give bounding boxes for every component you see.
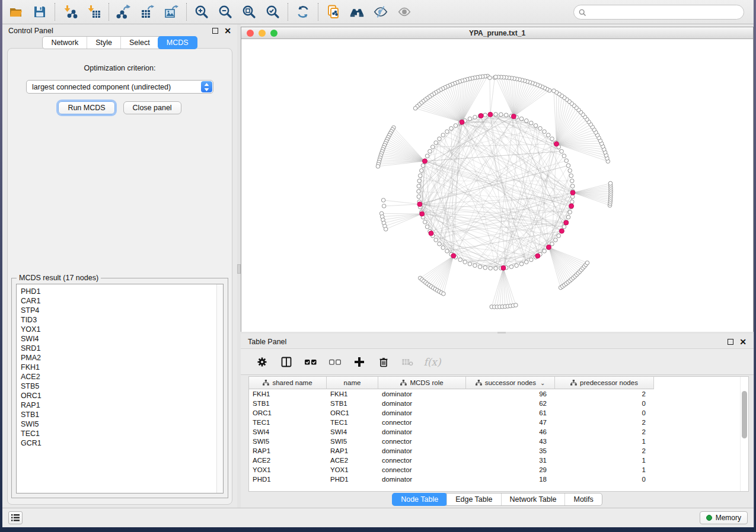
network-node[interactable]: [442, 292, 446, 296]
mcds-node[interactable]: [479, 113, 483, 118]
network-node[interactable]: [413, 106, 417, 110]
mcds-result-item[interactable]: YOX1: [21, 325, 223, 334]
network-node[interactable]: [566, 164, 570, 168]
mcds-node[interactable]: [417, 202, 422, 207]
network-node[interactable]: [468, 262, 472, 266]
network-node[interactable]: [488, 76, 492, 80]
network-node[interactable]: [483, 265, 487, 270]
network-node[interactable]: [421, 164, 425, 168]
float-panel-icon[interactable]: [212, 28, 218, 34]
network-node[interactable]: [489, 266, 493, 270]
network-node[interactable]: [494, 75, 498, 79]
mcds-node[interactable]: [570, 190, 575, 195]
tab-network[interactable]: Network: [43, 37, 87, 49]
mcds-node[interactable]: [488, 112, 493, 117]
network-node[interactable]: [473, 116, 477, 120]
mcds-node[interactable]: [460, 120, 464, 124]
table-tab-edge-table[interactable]: Edge Table: [446, 493, 500, 505]
zoom-fit-icon[interactable]: [241, 4, 257, 20]
network-node[interactable]: [568, 169, 572, 173]
import-network-icon[interactable]: [62, 4, 78, 20]
run-mcds-button[interactable]: Run MCDS: [58, 101, 114, 114]
network-node[interactable]: [538, 126, 543, 130]
network-node[interactable]: [449, 126, 454, 130]
table-tab-motifs[interactable]: Motifs: [564, 493, 601, 505]
table-row[interactable]: YOX1YOX1connector291: [249, 465, 748, 475]
network-node[interactable]: [418, 174, 422, 178]
network-node[interactable]: [546, 133, 550, 137]
network-node[interactable]: [562, 154, 566, 158]
network-node[interactable]: [557, 234, 561, 238]
network-node[interactable]: [534, 124, 538, 128]
export-table-icon[interactable]: [140, 4, 155, 20]
tab-style[interactable]: Style: [87, 37, 120, 49]
network-node[interactable]: [376, 164, 380, 168]
mcds-node[interactable]: [420, 211, 425, 216]
mcds-node[interactable]: [511, 114, 516, 119]
column-header-successor-nodes[interactable]: successor nodes⌄: [466, 377, 555, 389]
close-panel-button[interactable]: Close panel: [123, 101, 181, 114]
network-node[interactable]: [569, 174, 573, 178]
show-hide-graphics-details-icon[interactable]: [373, 4, 388, 20]
network-node[interactable]: [441, 133, 445, 137]
close-panel-icon[interactable]: ✕: [224, 28, 231, 34]
network-node[interactable]: [566, 215, 570, 219]
column-header-name[interactable]: name: [327, 377, 378, 389]
network-node[interactable]: [570, 200, 574, 204]
mcds-result-item[interactable]: SWI4: [21, 334, 223, 344]
toggle-column-view-icon[interactable]: [280, 355, 293, 368]
export-image-icon[interactable]: [164, 4, 179, 20]
network-node[interactable]: [515, 264, 519, 268]
mcds-node[interactable]: [429, 231, 433, 236]
network-node[interactable]: [417, 190, 421, 194]
vertical-splitter[interactable]: [237, 24, 241, 508]
mcds-node[interactable]: [546, 245, 551, 249]
table-row[interactable]: RAP1RAP1dominator352: [249, 446, 748, 456]
table-row[interactable]: TEC1TEC1connector472: [249, 418, 748, 427]
network-node[interactable]: [445, 130, 449, 134]
mcds-result-item[interactable]: RAP1: [21, 400, 223, 410]
mcds-node[interactable]: [554, 142, 559, 146]
network-node[interactable]: [425, 225, 429, 229]
network-node[interactable]: [384, 227, 388, 232]
network-node[interactable]: [519, 117, 524, 121]
network-node[interactable]: [543, 130, 547, 134]
network-node[interactable]: [529, 258, 534, 262]
network-node[interactable]: [428, 149, 432, 153]
table-row[interactable]: FKH1FKH1dominator962: [249, 389, 748, 399]
search-network-icon[interactable]: [349, 4, 365, 20]
mcds-node[interactable]: [559, 229, 564, 233]
criterion-select[interactable]: largest connected component (undirected): [26, 80, 213, 94]
network-node[interactable]: [550, 137, 554, 141]
network-view-canvas[interactable]: [241, 39, 753, 332]
network-node[interactable]: [417, 184, 421, 188]
network-node[interactable]: [494, 113, 498, 117]
mcds-result-item[interactable]: GCR1: [21, 438, 223, 448]
network-node[interactable]: [570, 179, 574, 183]
table-row[interactable]: PHD1PHD1dominator180: [249, 475, 748, 484]
table-tab-node-table[interactable]: Node Table: [392, 493, 447, 506]
network-node[interactable]: [483, 113, 487, 117]
network-node[interactable]: [568, 210, 572, 214]
network-node[interactable]: [468, 117, 472, 121]
column-header-shared-name[interactable]: shared name: [249, 377, 327, 389]
network-node[interactable]: [519, 262, 524, 266]
result-list-scrollbar[interactable]: [216, 284, 223, 493]
network-node[interactable]: [499, 113, 503, 117]
network-node[interactable]: [417, 195, 421, 199]
mcds-node[interactable]: [564, 220, 569, 225]
network-node[interactable]: [458, 258, 462, 262]
network-window-titlebar[interactable]: YPA_prune.txt_1: [241, 27, 753, 39]
mcds-result-item[interactable]: SRD1: [21, 344, 223, 353]
network-node[interactable]: [550, 242, 554, 246]
delete-columns-icon[interactable]: [377, 355, 390, 368]
mcds-result-item[interactable]: ORC1: [21, 391, 223, 400]
network-node[interactable]: [524, 260, 528, 264]
network-node[interactable]: [554, 238, 558, 242]
network-node[interactable]: [608, 181, 613, 185]
export-network-icon[interactable]: [116, 4, 132, 20]
zoom-selected-icon[interactable]: [265, 4, 280, 20]
mcds-node[interactable]: [501, 265, 506, 270]
open-session-icon[interactable]: [8, 4, 24, 20]
table-row[interactable]: STB1STB1dominator620: [249, 399, 748, 408]
